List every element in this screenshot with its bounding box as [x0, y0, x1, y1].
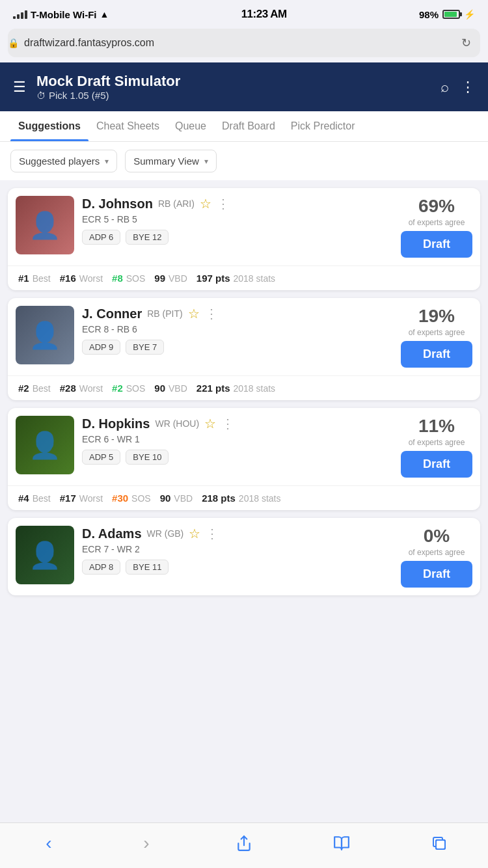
- header-left: ☰ Mock Draft Simulator ⏱ Pick 1.05 (#5): [13, 73, 180, 101]
- stat-label: SOS: [131, 493, 151, 504]
- tab-pick-predictor[interactable]: Pick Predictor: [283, 111, 363, 141]
- stat-label: 2018 stats: [234, 273, 276, 284]
- player-name-row: D. Adams WR (GB) ☆ ⋮: [82, 526, 393, 541]
- more-options-icon[interactable]: ⋮: [206, 526, 219, 541]
- stat-pts: 221 pts 2018 stats: [197, 383, 284, 394]
- stat-label: Worst: [79, 493, 103, 504]
- signal-bars: [13, 10, 27, 19]
- player-stats-dhopkins: #4 Best #17 Worst #30 SOS 90 VBD 218 pts…: [8, 485, 480, 510]
- player-stats-jconner: #2 Best #28 Worst #2 SOS 90 VBD 221 pts …: [8, 375, 480, 400]
- card-actions-dhopkins: 11% of experts agree Draft: [401, 416, 472, 478]
- more-options-icon[interactable]: ⋮: [205, 306, 218, 321]
- players-list: 👤 D. Johnson RB (ARI) ☆ ⋮ ECR 5 - RB 5 A…: [0, 180, 488, 603]
- stat-best: #2 Best: [18, 383, 60, 394]
- agree-label: of experts agree: [409, 328, 465, 337]
- draft-button-jconner[interactable]: Draft: [401, 341, 472, 368]
- stat-rank: 90: [154, 383, 165, 394]
- player-photo-jconner: 👤: [16, 306, 74, 364]
- header-title-group: Mock Draft Simulator ⏱ Pick 1.05 (#5): [36, 73, 180, 101]
- stat-rank: #16: [60, 273, 76, 284]
- player-name-row: D. Johnson RB (ARI) ☆ ⋮: [82, 196, 393, 211]
- stat-rank: #30: [112, 493, 128, 504]
- browser-bar[interactable]: 🔒 draftwizard.fantasypros.com ↻: [8, 29, 480, 57]
- agree-pct: 19%: [418, 306, 455, 327]
- card-actions-dadams: 0% of experts agree Draft: [401, 526, 472, 588]
- stat-label: 2018 stats: [239, 493, 281, 504]
- more-options-icon[interactable]: ⋮: [221, 416, 234, 431]
- star-icon[interactable]: ☆: [200, 196, 211, 211]
- card-actions-djohnson: 69% of experts agree Draft: [401, 196, 472, 258]
- draft-button-dhopkins[interactable]: Draft: [401, 451, 472, 478]
- tab-suggestions[interactable]: Suggestions: [10, 111, 88, 141]
- player-ecr: ECR 7 - WR 2: [82, 544, 393, 554]
- player-tags: ADP 9 BYE 7: [82, 340, 393, 355]
- tab-cheat-sheets[interactable]: Cheat Sheets: [88, 111, 167, 141]
- forward-button[interactable]: ›: [98, 823, 195, 863]
- stat-rank: 90: [160, 493, 171, 504]
- view-filter[interactable]: Summary View ▾: [125, 150, 217, 172]
- more-options-icon[interactable]: ⋮: [217, 196, 230, 211]
- player-card-djohnson: 👤 D. Johnson RB (ARI) ☆ ⋮ ECR 5 - RB 5 A…: [8, 188, 480, 290]
- agree-pct: 69%: [418, 196, 455, 217]
- player-tags: ADP 5 BYE 10: [82, 450, 393, 465]
- player-card-dhopkins: 👤 D. Hopkins WR (HOU) ☆ ⋮ ECR 6 - WR 1 A…: [8, 408, 480, 510]
- adp-tag: ADP 8: [82, 560, 120, 575]
- adp-tag: ADP 6: [82, 230, 120, 245]
- svg-rect-2: [436, 840, 445, 849]
- browser-url: draftwizard.fantasypros.com: [24, 37, 154, 49]
- player-name: D. Adams: [82, 526, 142, 541]
- player-tags: ADP 8 BYE 11: [82, 560, 393, 575]
- reload-button[interactable]: ↻: [461, 36, 471, 50]
- stat-vbd: 99 VBD: [154, 273, 196, 284]
- stat-label: SOS: [126, 383, 146, 394]
- tabs-button[interactable]: [390, 823, 488, 863]
- bye-tag: BYE 7: [126, 340, 164, 355]
- wifi-icon: ▲: [100, 9, 109, 20]
- agree-pct: 11%: [418, 416, 455, 437]
- draft-button-djohnson[interactable]: Draft: [401, 231, 472, 258]
- star-icon[interactable]: ☆: [189, 526, 200, 541]
- more-options-icon[interactable]: ⋮: [461, 79, 475, 96]
- stat-sos: #30 SOS: [112, 493, 160, 504]
- stat-worst: #17 Worst: [60, 493, 112, 504]
- search-icon[interactable]: ⌕: [441, 79, 449, 96]
- player-tags: ADP 6 BYE 12: [82, 230, 393, 245]
- stat-label: 2018 stats: [234, 383, 276, 394]
- stat-label: Best: [33, 273, 51, 284]
- app-title: Mock Draft Simulator: [36, 73, 180, 90]
- stat-worst: #28 Worst: [60, 383, 112, 394]
- bye-tag: BYE 11: [126, 560, 169, 575]
- player-card-jconner: 👤 J. Conner RB (PIT) ☆ ⋮ ECR 8 - RB 6 AD…: [8, 298, 480, 400]
- player-card-dadams: 👤 D. Adams WR (GB) ☆ ⋮ ECR 7 - WR 2 ADP …: [8, 518, 480, 595]
- back-button[interactable]: ‹: [0, 823, 98, 863]
- star-icon[interactable]: ☆: [204, 416, 216, 431]
- status-left: T-Mobile Wi-Fi ▲: [13, 9, 109, 20]
- hamburger-menu-button[interactable]: ☰: [13, 80, 26, 94]
- stat-rank: 218 pts: [202, 493, 236, 504]
- stat-label: Best: [33, 493, 51, 504]
- stat-worst: #16 Worst: [60, 273, 112, 284]
- share-button[interactable]: [195, 823, 293, 863]
- tab-draft-board[interactable]: Draft Board: [214, 111, 283, 141]
- bye-tag: BYE 10: [126, 450, 169, 465]
- filters-row: Suggested players ▾ Summary View ▾: [0, 142, 488, 180]
- stat-label: Worst: [79, 383, 103, 394]
- player-info-dadams: D. Adams WR (GB) ☆ ⋮ ECR 7 - WR 2 ADP 8 …: [82, 526, 393, 588]
- star-icon[interactable]: ☆: [188, 306, 200, 321]
- status-bar: T-Mobile Wi-Fi ▲ 11:23 AM 98% ⚡: [0, 0, 488, 29]
- nav-tabs: Suggestions Cheat Sheets Queue Draft Boa…: [0, 111, 488, 142]
- player-photo-dadams: 👤: [16, 526, 74, 584]
- draft-button-dadams[interactable]: Draft: [401, 561, 472, 588]
- player-name: D. Johnson: [82, 197, 153, 211]
- battery-icon: [442, 10, 460, 19]
- bye-tag: BYE 12: [126, 230, 169, 245]
- tab-queue[interactable]: Queue: [167, 111, 214, 141]
- players-filter[interactable]: Suggested players ▾: [10, 150, 117, 172]
- chevron-down-icon: ▾: [204, 157, 208, 166]
- stat-rank: 221 pts: [197, 383, 230, 394]
- bookmarks-button[interactable]: [293, 823, 390, 863]
- stat-rank: #2: [18, 383, 29, 394]
- stat-best: #4 Best: [18, 493, 60, 504]
- adp-tag: ADP 5: [82, 450, 120, 465]
- stat-rank: #2: [112, 383, 123, 394]
